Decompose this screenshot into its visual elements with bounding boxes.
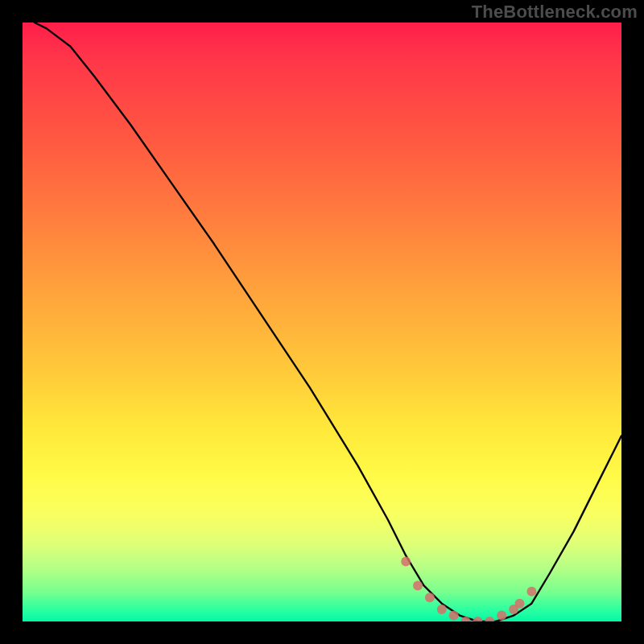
marker-dot bbox=[526, 587, 536, 597]
chart-frame: TheBottleneck.com bbox=[0, 0, 644, 644]
plot-area bbox=[23, 23, 621, 621]
plot-inner bbox=[23, 23, 621, 621]
bottleneck-curve-path bbox=[35, 23, 621, 621]
marker-dot bbox=[425, 592, 435, 602]
marker-dot bbox=[413, 580, 423, 590]
marker-dot bbox=[473, 617, 482, 621]
marker-dot bbox=[515, 599, 525, 609]
marker-dot bbox=[401, 557, 411, 567]
marker-dot bbox=[449, 611, 459, 621]
line-chart-svg bbox=[23, 23, 621, 621]
marker-dot bbox=[497, 611, 506, 621]
watermark-text: TheBottleneck.com bbox=[472, 2, 638, 23]
marker-dot bbox=[437, 605, 447, 614]
marker-dot bbox=[485, 617, 494, 621]
marker-group bbox=[401, 557, 536, 621]
